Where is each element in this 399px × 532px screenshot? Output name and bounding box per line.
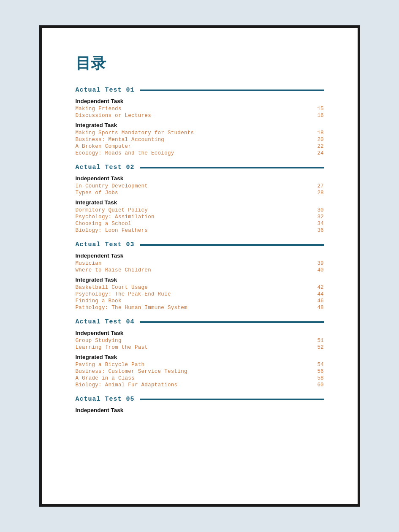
toc-item-title: Biology: Loon Feathers bbox=[76, 228, 148, 233]
section-header-actual-test-01: Actual Test 01 bbox=[76, 87, 324, 94]
toc-item: Learning from the Past52 bbox=[76, 345, 324, 350]
toc-item-page: 22 bbox=[314, 144, 324, 149]
toc-item-page: 51 bbox=[314, 338, 324, 344]
toc-item: Psychology: The Peak-End Rule44 bbox=[76, 291, 324, 297]
task-type: Independent Task bbox=[76, 252, 324, 259]
toc-item-title: Choosing a School bbox=[76, 221, 132, 227]
toc-title: 目录 bbox=[76, 53, 324, 74]
section-title-actual-test-05: Actual Test 05 bbox=[76, 396, 135, 403]
toc-section-actual-test-02: Actual Test 02Independent TaskIn-Country… bbox=[76, 164, 324, 233]
toc-item-title: Biology: Animal Fur Adaptations bbox=[76, 382, 178, 388]
task-type: Integrated Task bbox=[76, 354, 324, 360]
toc-item: Choosing a School34 bbox=[76, 221, 324, 227]
toc-item-title: Business: Customer Service Testing bbox=[76, 369, 187, 375]
toc-item-title: In-Country Development bbox=[76, 183, 148, 189]
toc-item: Finding a Book46 bbox=[76, 298, 324, 304]
toc-item: In-Country Development27 bbox=[76, 183, 324, 189]
toc-item-page: 36 bbox=[314, 228, 324, 233]
toc-item: Psychology: Assimilation32 bbox=[76, 214, 324, 220]
toc-item-title: Psychology: Assimilation bbox=[76, 214, 155, 220]
toc-item-page: 28 bbox=[314, 190, 324, 196]
toc-item: Ecology: Roads and the Ecology24 bbox=[76, 150, 324, 156]
toc-item-title: Dormitory Quiet Policy bbox=[76, 207, 148, 213]
section-header-actual-test-02: Actual Test 02 bbox=[76, 164, 324, 171]
task-type: Independent Task bbox=[76, 330, 324, 336]
toc-item: Basketball Court Usage42 bbox=[76, 285, 324, 290]
task-type: Integrated Task bbox=[76, 277, 324, 283]
toc-item-title: Paving a Bicycle Path bbox=[76, 362, 145, 368]
toc-item-page: 16 bbox=[314, 113, 324, 119]
toc-item-title: Ecology: Roads and the Ecology bbox=[76, 150, 174, 156]
toc-item-page: 46 bbox=[314, 298, 324, 304]
toc-item: Biology: Loon Feathers36 bbox=[76, 228, 324, 233]
section-title-actual-test-02: Actual Test 02 bbox=[76, 164, 135, 171]
toc-item-page: 39 bbox=[314, 261, 324, 266]
toc-item-page: 30 bbox=[314, 207, 324, 213]
task-type: Integrated Task bbox=[76, 122, 324, 128]
toc-item-page: 56 bbox=[314, 369, 324, 375]
toc-item-page: 18 bbox=[314, 130, 324, 136]
toc-item-title: Psychology: The Peak-End Rule bbox=[76, 291, 171, 297]
toc-item-title: Group Studying bbox=[76, 338, 122, 344]
toc-section-actual-test-04: Actual Test 04Independent TaskGroup Stud… bbox=[76, 318, 324, 388]
toc-item: Paving a Bicycle Path54 bbox=[76, 362, 324, 368]
toc-content: Actual Test 01Independent TaskMaking Fri… bbox=[76, 87, 324, 413]
toc-item-page: 24 bbox=[314, 150, 324, 156]
toc-item: Group Studying51 bbox=[76, 338, 324, 344]
toc-item-page: 60 bbox=[314, 382, 324, 388]
toc-item: Discussions or Lectures16 bbox=[76, 113, 324, 119]
toc-item: Pathology: The Human Immune System48 bbox=[76, 305, 324, 311]
toc-item-page: 15 bbox=[314, 106, 324, 112]
toc-section-actual-test-01: Actual Test 01Independent TaskMaking Fri… bbox=[76, 87, 324, 156]
section-line-actual-test-03 bbox=[140, 244, 324, 246]
toc-item-title: Making Sports Mandatory for Students bbox=[76, 130, 194, 136]
section-line-actual-test-04 bbox=[140, 321, 324, 323]
toc-item: Business: Customer Service Testing56 bbox=[76, 369, 324, 375]
section-header-actual-test-05: Actual Test 05 bbox=[76, 396, 324, 403]
toc-item-page: 27 bbox=[314, 183, 324, 189]
toc-item: Musician39 bbox=[76, 261, 324, 266]
section-title-actual-test-03: Actual Test 03 bbox=[76, 241, 135, 248]
toc-item: Making Sports Mandatory for Students18 bbox=[76, 130, 324, 136]
section-header-actual-test-03: Actual Test 03 bbox=[76, 241, 324, 248]
page-container: 目录 Actual Test 01Independent TaskMaking … bbox=[39, 25, 360, 507]
toc-item-title: Making Friends bbox=[76, 106, 122, 112]
task-type: Independent Task bbox=[76, 175, 324, 182]
toc-item-page: 48 bbox=[314, 305, 324, 311]
toc-section-actual-test-03: Actual Test 03Independent TaskMusician39… bbox=[76, 241, 324, 311]
toc-item-page: 44 bbox=[314, 291, 324, 297]
toc-item-page: 52 bbox=[314, 345, 324, 350]
toc-item-page: 40 bbox=[314, 267, 324, 273]
section-line-actual-test-05 bbox=[140, 399, 324, 400]
section-line-actual-test-02 bbox=[140, 167, 324, 168]
toc-item-page: 34 bbox=[314, 221, 324, 227]
toc-item-title: Business: Mental Accounting bbox=[76, 137, 165, 143]
toc-item: Dormitory Quiet Policy30 bbox=[76, 207, 324, 213]
toc-item-page: 32 bbox=[314, 214, 324, 220]
task-type: Integrated Task bbox=[76, 199, 324, 206]
toc-item: A Broken Computer22 bbox=[76, 144, 324, 149]
toc-item: Making Friends15 bbox=[76, 106, 324, 112]
toc-item-page: 20 bbox=[314, 137, 324, 143]
toc-item-title: Where to Raise Children bbox=[76, 267, 151, 273]
toc-item-title: A Broken Computer bbox=[76, 144, 132, 149]
section-title-actual-test-04: Actual Test 04 bbox=[76, 318, 135, 326]
toc-item: A Grade in a Class58 bbox=[76, 375, 324, 381]
toc-item: Business: Mental Accounting20 bbox=[76, 137, 324, 143]
toc-item-title: Learning from the Past bbox=[76, 345, 148, 350]
toc-item-title: Finding a Book bbox=[76, 298, 122, 304]
toc-item: Biology: Animal Fur Adaptations60 bbox=[76, 382, 324, 388]
toc-item-page: 58 bbox=[314, 375, 324, 381]
toc-item: Types of Jobs28 bbox=[76, 190, 324, 196]
toc-item-title: Basketball Court Usage bbox=[76, 285, 148, 290]
toc-section-actual-test-05: Actual Test 05Independent Task bbox=[76, 396, 324, 413]
toc-item-title: Pathology: The Human Immune System bbox=[76, 305, 187, 311]
section-title-actual-test-01: Actual Test 01 bbox=[76, 87, 135, 94]
task-type: Independent Task bbox=[76, 407, 324, 413]
section-header-actual-test-04: Actual Test 04 bbox=[76, 318, 324, 326]
task-type: Independent Task bbox=[76, 98, 324, 104]
toc-item: Where to Raise Children40 bbox=[76, 267, 324, 273]
toc-item-page: 54 bbox=[314, 362, 324, 368]
toc-item-title: Discussions or Lectures bbox=[76, 113, 151, 119]
toc-item-title: Types of Jobs bbox=[76, 190, 118, 196]
